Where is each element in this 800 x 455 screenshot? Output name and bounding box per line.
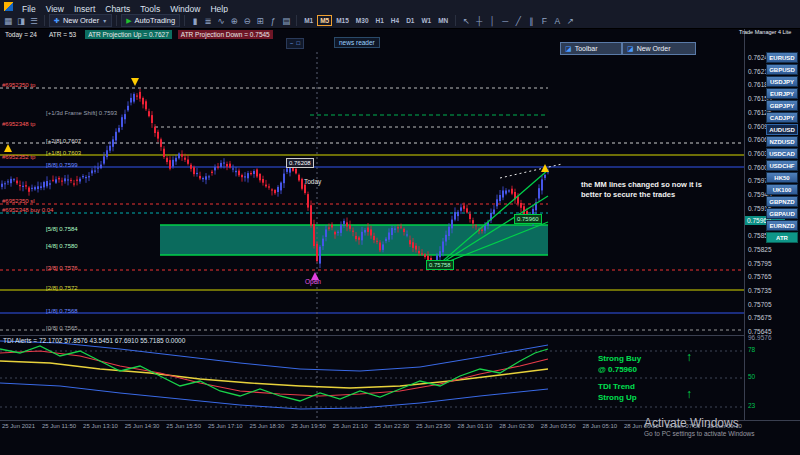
mt4-window: FileViewInsertChartsToolsWindowHelp ▦◨☰ … (0, 0, 800, 455)
chart-area[interactable]: Today = 24 ATR = 53 ATR Projection Up = … (0, 28, 744, 335)
timeframe-m30-button[interactable]: M30 (353, 15, 372, 26)
pair-button-eurnzd[interactable]: EURNZD (766, 220, 798, 231)
price-tag: 0.76208 (286, 158, 314, 168)
chart-annotation-line2: better to secure the trades (581, 190, 675, 199)
menu-tools[interactable]: Tools (135, 4, 165, 14)
line-chart-icon[interactable]: ∿ (215, 15, 227, 27)
indicators-icon[interactable]: ƒ (267, 15, 279, 27)
menu-charts[interactable]: Charts (100, 4, 135, 14)
murrey-level-label: [1/8] 0.7568 (46, 308, 78, 314)
timeframe-m15-button[interactable]: M15 (333, 15, 352, 26)
time-axis-label: 25 Jun 2021 (2, 423, 35, 429)
pair-button-eurjpy[interactable]: EURJPY (766, 88, 798, 99)
timeframe-w1-button[interactable]: W1 (418, 15, 434, 26)
timeframe-d1-button[interactable]: D1 (403, 15, 417, 26)
price-tag: 0.75758 (426, 260, 454, 270)
candlestick-chart-icon[interactable]: ▮ (189, 15, 201, 27)
autotrading-play-icon: ▶ (126, 17, 131, 25)
atr-button[interactable]: ATR (766, 232, 798, 243)
trendline-icon[interactable]: ╱ (512, 15, 524, 27)
bar-chart-icon[interactable]: ≣ (202, 15, 214, 27)
pair-button-cadjpy[interactable]: CADJPY (766, 112, 798, 123)
horizontal-line-icon[interactable]: ─ (499, 15, 511, 27)
pair-button-gbpaud[interactable]: GBPAUD (766, 208, 798, 219)
activate-windows-watermark: Activate Windows Go to PC settings to ac… (644, 416, 755, 437)
news-reader-label[interactable]: news reader (334, 37, 380, 48)
time-axis-label: 25 Jun 21:10 (333, 423, 368, 429)
murrey-level-label: [0/8] 0.7565 (46, 325, 78, 331)
arrow-tool-icon[interactable]: ↗ (564, 15, 576, 27)
timeframe-m1-button[interactable]: M1 (301, 15, 316, 26)
chart-annotation-line1: the MM lines changed so now it is (581, 180, 702, 189)
new-chart-icon[interactable]: ▦ (2, 15, 14, 27)
time-axis-label: 28 Jun 05:10 (582, 423, 617, 429)
murrey-level-label: [3/8] 0.7576 (46, 265, 78, 271)
tdi-indicator-pane[interactable]: TDI Alerts = 72.1702 57.8576 43.5451 67.… (0, 335, 744, 421)
open-marker-label: Open (305, 278, 321, 285)
pair-button-usdjpy[interactable]: USDJPY (766, 76, 798, 87)
tdi-axis-label: 50 (748, 373, 755, 380)
new-order-icon: ✚ (54, 17, 60, 25)
toolbar-separator (296, 15, 297, 26)
cursor-icon[interactable]: ↖ (460, 15, 472, 27)
panel-icon: ◪ (627, 45, 634, 53)
atr-projection-up-label: ATR Projection Up = 0.7627 (85, 30, 172, 39)
time-axis-label: 25 Jun 17:10 (208, 423, 243, 429)
timeframe-h4-button[interactable]: H4 (388, 15, 402, 26)
timeframe-mn-button[interactable]: MN (435, 15, 451, 26)
zoom-in-icon[interactable]: ⊕ (228, 15, 240, 27)
templates-icon[interactable]: ▤ (280, 15, 292, 27)
trade-manager-panel: Trade Manager 4 Lite EURUSDGBPUSDUSDJPYE… (738, 28, 800, 256)
menu-bar: FileViewInsertChartsToolsWindowHelp (0, 0, 800, 14)
menu-window[interactable]: Window (165, 4, 205, 14)
toolbar: ▦◨☰ ✚ New Order ▾ ▶ AutoTrading ▮≣∿⊕⊖⊞ƒ▤… (0, 13, 800, 29)
supply-demand-zone (160, 225, 548, 255)
time-axis-label: 25 Jun 15:50 (166, 423, 201, 429)
chart-window-controls[interactable]: −□ (286, 38, 304, 49)
zoom-out-icon[interactable]: ⊖ (241, 15, 253, 27)
channel-icon[interactable]: ∥ (525, 15, 537, 27)
autotrading-label: AutoTrading (135, 16, 176, 25)
time-axis-label: 25 Jun 13:10 (83, 423, 118, 429)
text-icon[interactable]: A (551, 15, 563, 27)
menu-file[interactable]: File (17, 4, 41, 14)
chart-profiles-icon[interactable]: ◨ (15, 15, 27, 27)
menu-insert[interactable]: Insert (69, 4, 100, 14)
price-axis-label: 0.75675 (748, 314, 772, 321)
vertical-line-icon[interactable]: │ (486, 15, 498, 27)
time-axis-label: 28 Jun 01:10 (458, 423, 493, 429)
price-tag: 0.75960 (514, 214, 542, 224)
atr-projection-down-label: ATR Projection Down = 0.7545 (178, 30, 273, 39)
restore-icon[interactable]: □ (297, 39, 301, 48)
signal-price: @ 0.75960 (598, 365, 637, 374)
time-axis-label: 25 Jun 18:30 (250, 423, 285, 429)
pair-button-eurusd[interactable]: EURUSD (766, 52, 798, 63)
new-order-panel-label: New Order (637, 45, 671, 52)
toolbar-panel-button[interactable]: ◪ Toolbar (560, 42, 622, 55)
pair-button-nzdusd[interactable]: NZDUSD (766, 136, 798, 147)
pair-button-usdchf[interactable]: USDCHF (766, 160, 798, 171)
pair-button-usdcad[interactable]: USDCAD (766, 148, 798, 159)
minimize-icon[interactable]: − (290, 39, 294, 48)
pair-button-gbpusd[interactable]: GBPUSD (766, 64, 798, 75)
new-order-button[interactable]: ✚ New Order ▾ (49, 14, 112, 27)
market-watch-icon[interactable]: ☰ (28, 15, 40, 27)
crosshair-icon[interactable]: ┼ (473, 15, 485, 27)
menu-view[interactable]: View (41, 4, 69, 14)
panel-icon: ◪ (565, 45, 572, 53)
pair-button-audusd[interactable]: AUDUSD (766, 124, 798, 135)
pair-button-uk100[interactable]: UK100 (766, 184, 798, 195)
menu-help[interactable]: Help (205, 4, 232, 14)
timeframe-h1-button[interactable]: H1 (373, 15, 387, 26)
signal-strong-up: Strong Up (598, 393, 637, 402)
new-order-panel-button[interactable]: ◪ New Order (622, 42, 696, 55)
tile-windows-icon[interactable]: ⊞ (254, 15, 266, 27)
pair-button-hk50[interactable]: HK50 (766, 172, 798, 183)
pair-button-gbpjpy[interactable]: GBPJPY (766, 100, 798, 111)
autotrading-button[interactable]: ▶ AutoTrading (121, 14, 180, 27)
timeframe-m5-button[interactable]: M5 (317, 15, 332, 26)
pair-button-gbpnzd[interactable]: GBPNZD (766, 196, 798, 207)
fibonacci-icon[interactable]: F (538, 15, 550, 27)
time-axis-label: 25 Jun 14:30 (125, 423, 160, 429)
time-axis-label: 25 Jun 11:50 (42, 423, 76, 429)
